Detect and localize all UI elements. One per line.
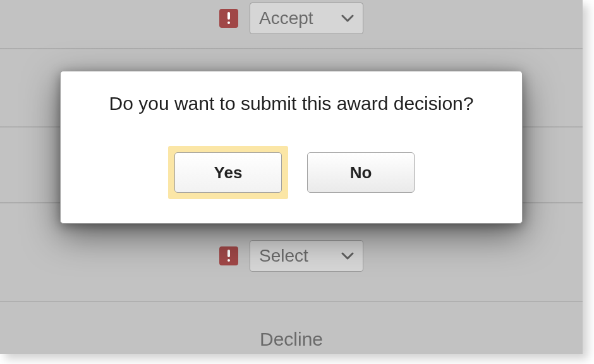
decision-select[interactable]: Select <box>250 240 363 272</box>
background-row: Accept <box>0 0 583 40</box>
svg-rect-3 <box>227 259 230 262</box>
warning-icon <box>219 246 238 265</box>
select-value: Select <box>259 246 308 266</box>
confirm-dialog: Do you want to submit this award decisio… <box>60 71 523 224</box>
app-stage: Accept Select Decline Do you want to sub… <box>0 0 583 354</box>
dialog-button-row: Yes No <box>168 146 415 199</box>
svg-rect-1 <box>227 21 230 24</box>
select-value: Accept <box>259 8 313 28</box>
decision-select[interactable]: Accept <box>250 3 363 34</box>
background-row: Decline <box>0 324 583 354</box>
svg-rect-0 <box>227 12 230 20</box>
row-separator <box>0 301 583 302</box>
decision-label: Decline <box>260 329 323 350</box>
warning-icon <box>219 9 238 28</box>
chevron-down-icon <box>341 252 354 260</box>
yes-button[interactable]: Yes <box>174 152 282 193</box>
svg-rect-2 <box>227 250 230 257</box>
chevron-down-icon <box>341 14 354 23</box>
no-button[interactable]: No <box>307 152 415 193</box>
dialog-message: Do you want to submit this award decisio… <box>109 93 474 114</box>
row-separator <box>0 48 583 49</box>
background-row: Select <box>0 234 583 278</box>
highlighted-choice: Yes <box>168 146 288 199</box>
